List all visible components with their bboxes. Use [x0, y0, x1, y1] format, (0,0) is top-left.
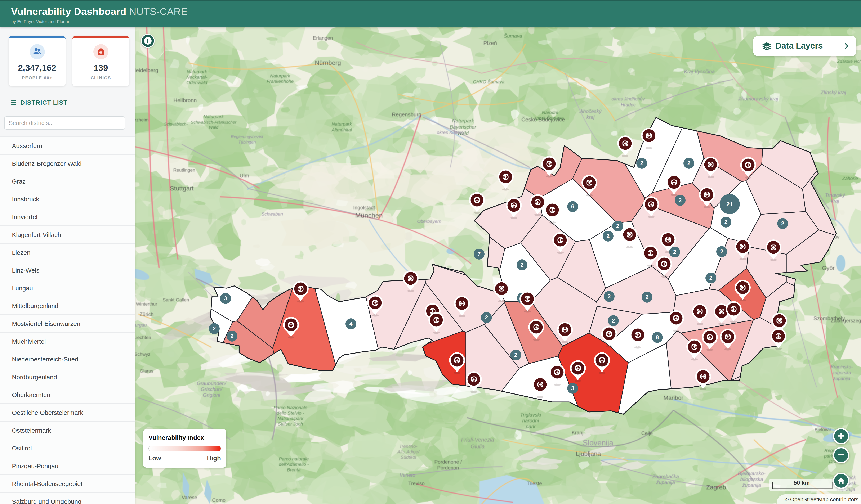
- svg-text:Triglavski: Triglavski: [520, 412, 541, 418]
- svg-text:Zalaegerszeg: Zalaegerszeg: [831, 318, 861, 323]
- svg-text:Neckartal-: Neckartal-: [186, 74, 207, 80]
- svg-text:2: 2: [645, 294, 648, 300]
- svg-text:Nürnberg: Nürnberg: [315, 59, 341, 66]
- svg-text:Regierungsbezirk: Regierungsbezirk: [231, 135, 264, 139]
- svg-text:Trentino-: Trentino-: [399, 444, 417, 449]
- svg-text:2: 2: [485, 314, 488, 321]
- svg-text:3: 3: [571, 385, 574, 391]
- svg-text:Bayerischer: Bayerischer: [450, 124, 477, 130]
- svg-text:Tübingen: Tübingen: [238, 140, 256, 144]
- svg-text:Zagrebačka: Zagrebačka: [652, 474, 679, 479]
- svg-text:Varese: Varese: [182, 494, 197, 500]
- svg-text:park: park: [525, 424, 536, 429]
- svg-text:7: 7: [477, 251, 480, 257]
- svg-text:zagorska: zagorska: [832, 370, 851, 375]
- svg-text:Ulm: Ulm: [240, 172, 249, 179]
- svg-text:kraj: kraj: [587, 114, 594, 120]
- svg-text:Naturpark: Naturpark: [270, 73, 291, 79]
- svg-text:Schwäbisch-Fränkischer: Schwäbisch-Fränkischer: [191, 120, 237, 125]
- svg-text:Südtirol: Südtirol: [400, 454, 416, 460]
- svg-text:Naturpark: Naturpark: [204, 114, 224, 119]
- svg-text:Schwaben: Schwaben: [261, 211, 283, 216]
- svg-text:8: 8: [656, 334, 659, 340]
- svg-text:2: 2: [514, 352, 517, 358]
- svg-text:narodni: narodni: [522, 418, 539, 423]
- svg-text:Reutlingen: Reutlingen: [173, 167, 195, 173]
- svg-text:Heidelberg: Heidelberg: [132, 67, 158, 73]
- svg-text:Stuttgart: Stuttgart: [170, 185, 194, 192]
- svg-text:Parco Nazionale: Parco Nazionale: [273, 405, 307, 410]
- svg-text:Zürich: Zürich: [140, 311, 154, 317]
- svg-text:Nationalpark: Nationalpark: [277, 416, 304, 421]
- svg-text:Treviso: Treviso: [408, 480, 425, 486]
- svg-text:Stilfser Joch: Stilfser Joch: [278, 421, 303, 426]
- svg-text:Parco naturale: Parco naturale: [279, 456, 309, 462]
- svg-text:2: 2: [612, 318, 615, 324]
- svg-text:okres Klatovy: okres Klatovy: [437, 130, 465, 135]
- svg-text:Žďárské vrchy: Žďárské vrchy: [837, 59, 861, 64]
- svg-text:Kraj Vysočina: Kraj Vysočina: [684, 69, 715, 74]
- svg-text:Národní: Národní: [542, 110, 559, 115]
- svg-text:Alto Adige/: Alto Adige/: [397, 449, 420, 454]
- svg-text:Bjelovarsko-: Bjelovarsko-: [738, 471, 766, 476]
- svg-text:München: München: [355, 212, 383, 219]
- svg-text:Jihočeský: Jihočeský: [579, 109, 602, 114]
- svg-text:županija: županija: [742, 482, 761, 488]
- svg-text:Veneto: Veneto: [399, 472, 415, 478]
- svg-text:Heilbronn: Heilbronn: [173, 97, 196, 103]
- svg-text:Altmühltal: Altmühltal: [331, 127, 352, 132]
- svg-text:2: 2: [520, 262, 523, 268]
- svg-text:Brenta: Brenta: [287, 467, 301, 472]
- svg-text:Grischun/: Grischun/: [201, 387, 223, 392]
- svg-text:Hradec: Hradec: [621, 102, 636, 107]
- svg-text:Glarus: Glarus: [140, 368, 153, 374]
- svg-text:Záhorie: Záhorie: [842, 176, 858, 181]
- svg-text:Ingolstadt: Ingolstadt: [353, 205, 375, 210]
- svg-text:Pordenone /: Pordenone /: [435, 459, 462, 465]
- svg-text:Wald: Wald: [209, 125, 218, 129]
- svg-text:okres Jindřichův: okres Jindřichův: [612, 96, 645, 101]
- svg-text:Ljubljana: Ljubljana: [576, 450, 601, 457]
- svg-text:Graubünden/: Graubünden/: [197, 380, 227, 386]
- svg-text:2: 2: [709, 275, 712, 281]
- svg-text:2: 2: [720, 249, 723, 255]
- svg-text:Naturpark: Naturpark: [332, 122, 352, 127]
- svg-text:Odenwald: Odenwald: [186, 80, 207, 85]
- svg-text:2: 2: [640, 160, 643, 166]
- svg-text:Schwäbisch-: Schwäbisch-: [164, 122, 188, 126]
- svg-text:Erlangen: Erlangen: [313, 35, 333, 41]
- svg-text:Slovenija: Slovenija: [583, 438, 614, 447]
- svg-text:21: 21: [726, 201, 733, 208]
- svg-text:Naturpark: Naturpark: [452, 118, 474, 124]
- svg-text:Kranj: Kranj: [572, 430, 583, 435]
- svg-text:Giulia: Giulia: [471, 443, 484, 450]
- svg-text:2: 2: [781, 220, 784, 227]
- svg-text:2: 2: [724, 219, 727, 225]
- svg-text:Krapinsko-: Krapinsko-: [831, 364, 852, 369]
- svg-text:Como: Como: [212, 497, 226, 503]
- svg-text:Zlínský kraj: Zlínský kraj: [820, 89, 846, 95]
- svg-text:Friuli-Venezia: Friuli-Venezia: [461, 437, 494, 443]
- svg-text:Winterthur: Winterthur: [136, 302, 157, 307]
- svg-text:2: 2: [679, 197, 682, 204]
- svg-text:Liechten: Liechten: [134, 335, 151, 340]
- svg-text:Plzeň: Plzeň: [483, 40, 497, 46]
- svg-text:Zagreb: Zagreb: [706, 484, 726, 491]
- svg-text:2: 2: [616, 223, 619, 229]
- svg-text:kraj: kraj: [831, 198, 839, 204]
- svg-text:2: 2: [230, 333, 233, 339]
- svg-text:Bjelovar: Bjelovar: [815, 427, 831, 432]
- svg-text:bilogorska: bilogorska: [740, 476, 763, 482]
- svg-text:dello Stelvio -: dello Stelvio -: [277, 410, 304, 416]
- svg-text:6: 6: [571, 204, 574, 210]
- svg-text:Jihomoravský kraj: Jihomoravský kraj: [738, 96, 778, 101]
- svg-text:dell'Adamello -: dell'Adamello -: [279, 462, 309, 467]
- svg-text:Trnavský: Trnavský: [825, 192, 846, 198]
- svg-text:2: 2: [607, 293, 611, 299]
- svg-text:Pordenon: Pordenon: [437, 465, 459, 471]
- svg-text:2: 2: [213, 325, 216, 332]
- svg-text:4: 4: [349, 321, 352, 327]
- svg-text:Schwyz: Schwyz: [134, 352, 150, 357]
- svg-text:Győr: Győr: [822, 265, 835, 271]
- svg-text:Naturpark: Naturpark: [187, 69, 207, 74]
